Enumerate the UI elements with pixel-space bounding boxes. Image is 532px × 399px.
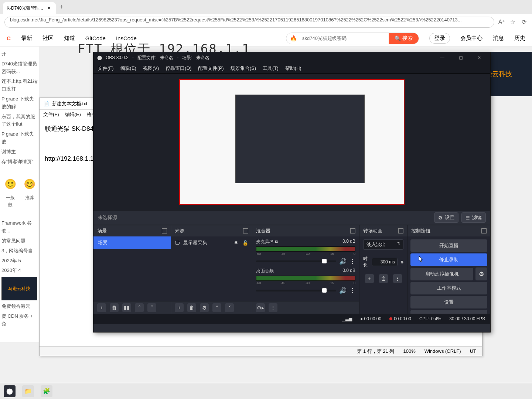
search-button[interactable]: 🔍 搜索 [389,33,419,44]
network-icon: ▁▃▅ [342,316,352,321]
source-settings-button[interactable]: ⚙ 设置 [434,212,458,223]
history-link[interactable]: 历史 [514,35,525,42]
msg-link[interactable]: 消息 [493,35,504,42]
menu-profile[interactable]: 配置文件(P) [198,65,224,72]
no-selection-label: 未选择源 [98,214,117,221]
minimize-button[interactable]: — [435,52,450,63]
np-menu-edit[interactable]: 编辑(E) [65,111,81,118]
preview-recursive [235,95,365,183]
nav-zhidao[interactable]: 知道 [64,35,75,42]
refresh-icon[interactable]: ⟳ [520,18,528,26]
preview-area[interactable] [93,74,490,210]
more-icon[interactable]: ⋮ [349,258,355,265]
ad-thumb[interactable]: 马逊云科技 [1,277,37,300]
popout-icon[interactable] [398,228,403,233]
duration-label: 时长 [363,256,369,268]
studio-mode-button[interactable]: 工作室模式 [410,282,487,294]
popout-icon[interactable] [481,228,487,233]
close-icon[interactable]: ✕ [46,5,52,11]
favorite-icon[interactable]: ☆ [509,18,516,26]
sidebar-text: 存“博客详情页” [1,158,38,166]
obs-titlebar[interactable]: ⬤ OBS 30.0.2 - 配置文件: 未命名 - 场景: 未命名 — ▢ ✕ [93,52,490,63]
search-input[interactable] [297,35,389,41]
remove-transition-button[interactable]: 🗑 [379,274,388,283]
speaker-icon[interactable]: 🔊 [339,287,347,294]
move-down-button[interactable]: ˅ [225,303,234,312]
member-link[interactable]: 会员中心 [460,35,482,42]
speaker-icon[interactable]: 🔊 [339,258,347,265]
profile-value: 未命名 [160,55,173,61]
scene-item[interactable]: 场景 [93,236,171,249]
maximize-button[interactable]: ▢ [453,52,468,63]
menu-tools[interactable]: 工具(T) [263,65,279,72]
taskbar: ⬤ 📁 🧩 [0,383,532,399]
gear-icon: ⚙ [479,270,484,277]
volume-slider[interactable] [256,260,336,262]
add-transition-button[interactable]: + [365,274,374,283]
flame-icon: 🔥 [290,35,297,42]
menu-view[interactable]: 视图(V) [143,65,159,72]
virtual-cam-button[interactable]: 启动虚拟摄像机 [410,268,473,280]
settings-button[interactable]: 设置 [410,296,487,308]
taskbar-explorer-icon[interactable]: 📁 [22,385,34,397]
taskbar-obs-icon[interactable]: ⬤ [4,385,16,397]
cursor-icon [419,256,424,262]
more-icon[interactable]: ⋮ [349,287,355,294]
np-menu-file[interactable]: 文件(F) [43,111,59,118]
close-button[interactable]: ✕ [472,52,487,63]
mixer-adv-button[interactable]: ⚙▸ [256,303,265,312]
popout-icon[interactable] [162,228,167,233]
popout-icon[interactable] [243,228,248,233]
rate-avg-icon[interactable]: 🙂 [4,177,16,192]
stop-record-button[interactable]: 停止录制 [410,253,487,266]
login-button[interactable]: 登录 [429,33,450,44]
duration-input[interactable] [372,258,398,266]
volume-slider[interactable] [256,290,336,291]
remove-source-button[interactable]: 🗑 [187,303,196,312]
mixer-menu-button[interactable]: ⋮ [269,303,277,312]
vcam-settings-button[interactable]: ⚙ [475,267,487,280]
transition-menu-button[interactable]: ⋮ [393,274,402,283]
visibility-icon[interactable]: 👁 [234,240,239,246]
archive-year[interactable]: 2020年 4 [1,267,38,274]
csdn-logo[interactable]: C [7,35,11,41]
source-props-button[interactable]: ⚙ [200,303,209,312]
transition-select[interactable]: 淡入淡出 ⇅ [363,239,403,250]
source-item[interactable]: 🖵 显示器采集 👁 🔓 [171,236,252,249]
sources-dock: 来源 🖵 显示器采集 👁 🔓 + 🗑 ⚙ ˄ ˅ [171,225,252,314]
sidebar-text: 开 [1,50,38,58]
new-tab-button[interactable]: + [59,3,64,11]
sidebar-text: Framework 谷歌... [1,219,38,235]
add-scene-button[interactable]: + [97,303,106,312]
browser-tab[interactable]: K-D740光猫管理... ✕ [3,2,56,14]
rate-good-icon[interactable]: 😊 [24,177,35,192]
read-aloud-icon[interactable]: A⁺ [498,18,505,26]
dock-title: 混音器 [256,228,270,234]
notepad-icon: 📄 [43,101,49,106]
spinner-icon[interactable]: ⇅ [400,260,403,264]
scene-filter-button[interactable]: ▮▮ [122,303,131,312]
start-stream-button[interactable]: 开始直播 [410,239,487,252]
menu-help[interactable]: 帮助(H) [285,65,301,72]
archive-year[interactable]: 2022年 5 [1,257,38,265]
source-filter-button[interactable]: ☰ 滤镜 [461,212,486,223]
article-sidebar: 开 D740光猫管理员密码获... 连不上ftp,看21端口没打 P grade… [0,47,39,342]
nav-latest[interactable]: 最新 [21,35,32,42]
add-source-button[interactable]: + [175,303,184,312]
url-input[interactable]: blog.csdn.net/Jia_Feng_/article/details/… [4,17,494,28]
status-zoom: 100% [403,348,415,354]
remove-scene-button[interactable]: 🗑 [110,303,119,312]
menu-scenes[interactable]: 场景集合(S) [231,65,256,72]
move-up-button[interactable]: ˄ [135,303,144,312]
popout-icon[interactable] [350,228,355,233]
exit-button[interactable]: 退出 [410,310,487,314]
taskbar-app-icon[interactable]: 🧩 [41,385,52,397]
move-down-button[interactable]: ˅ [147,303,156,312]
move-up-button[interactable]: ˄ [212,303,221,312]
nav-community[interactable]: 社区 [42,35,54,42]
sidebar-text: 谢博主 [1,148,38,156]
menu-dock[interactable]: 停靠窗口(D) [166,65,191,72]
lock-icon[interactable]: 🔓 [242,240,248,246]
menu-edit[interactable]: 编辑(E) [120,65,136,72]
menu-file[interactable]: 文件(F) [98,65,114,72]
